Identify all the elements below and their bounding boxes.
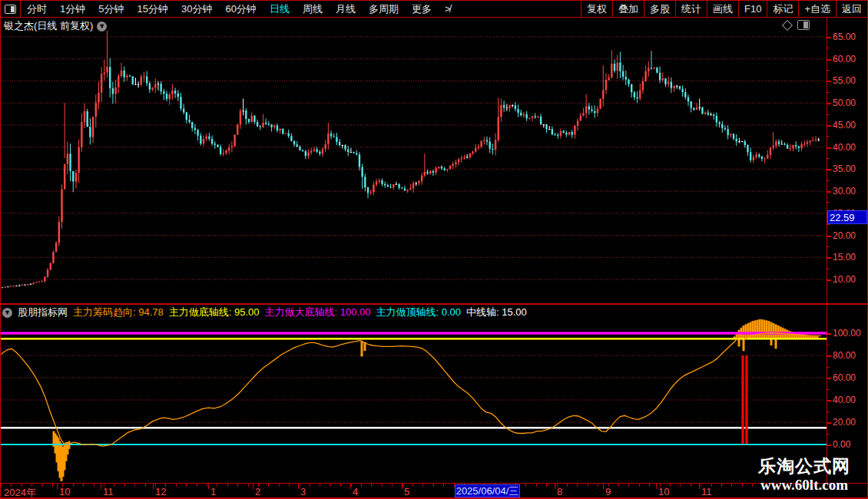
indicator-axis-label: 20.00: [833, 417, 856, 428]
menu-item-月线[interactable]: 月线: [336, 2, 356, 16]
menu-item-≯[interactable]: ≯: [445, 3, 451, 15]
menu-item-更多[interactable]: 更多: [412, 2, 432, 16]
month-tick: [350, 484, 351, 489]
menu-item-5分钟[interactable]: 5分钟: [98, 2, 124, 16]
window-icon: [5, 5, 16, 14]
indicator-axis-label: 0.00: [833, 439, 850, 450]
price-axis: 22.59 65.0060.0055.0050.0045.0040.0035.0…: [827, 18, 868, 304]
menu-item-标记[interactable]: 标记: [767, 1, 798, 17]
month-tick: [656, 484, 657, 489]
month-tick: [699, 484, 700, 489]
axis-tick: [827, 180, 830, 181]
top-toolbar: 分时1分钟5分钟15分钟30分钟60分钟日线周线月线多周期更多≯ 复权叠加多股统…: [1, 1, 867, 18]
current-price-label: 22.59: [827, 210, 867, 224]
axis-tick: [827, 114, 830, 115]
date-axis: 2024年101112123458910112025/06/04/三: [1, 483, 868, 498]
indicator-field: 主力做大底轴线: 100.00: [265, 306, 371, 319]
menu-item-30分钟[interactable]: 30分钟: [181, 2, 212, 16]
month-tick: [101, 484, 101, 489]
date-month-label: 5: [404, 486, 409, 497]
axis-tick: [827, 48, 830, 48]
axis-tick: [827, 400, 831, 402]
axis-tick: [827, 92, 830, 93]
menu-item-统计[interactable]: 统计: [675, 1, 707, 17]
chevron-down-icon[interactable]: ▼: [2, 308, 12, 318]
axis-tick: [827, 37, 831, 38]
price-axis-label: 15.00: [833, 252, 856, 263]
menu-item-F10[interactable]: F10: [738, 1, 767, 17]
axis-tick: [827, 279, 831, 281]
month-tick: [153, 484, 154, 489]
axis-tick: [827, 202, 830, 203]
menu-item-叠加[interactable]: 叠加: [612, 1, 644, 17]
price-axis-label: 40.00: [833, 142, 856, 153]
axis-tick: [827, 191, 831, 193]
indicator-source: 股朋指标网: [18, 306, 68, 319]
menu-item-返回[interactable]: 返回: [836, 1, 867, 17]
menu-item-多股[interactable]: 多股: [644, 1, 675, 17]
menu-item-15分钟[interactable]: 15分钟: [137, 2, 167, 16]
period-menu: 分时1分钟5分钟15分钟30分钟60分钟日线周线月线多周期更多≯: [21, 2, 581, 16]
axis-tick: [827, 411, 830, 412]
menu-item-1分钟[interactable]: 1分钟: [60, 2, 85, 16]
date-month-label: 10: [59, 486, 70, 497]
axis-tick: [827, 59, 831, 61]
axis-tick: [827, 103, 831, 104]
indicator-axis-label: 100.00: [833, 328, 861, 339]
menu-item-画线[interactable]: 画线: [707, 1, 738, 17]
indicator-field: 主力做顶轴线: 0.00: [376, 306, 462, 319]
candlestick-canvas: [1, 18, 827, 304]
chevron-down-icon[interactable]: ▼: [97, 21, 107, 31]
axis-tick: [827, 236, 831, 237]
month-tick: [57, 484, 58, 489]
axis-tick: [827, 355, 831, 357]
indicator-panel[interactable]: ▼ 股朋指标网 主力筹码趋向: 94.78主力做底轴线: 95.00主力做大底轴…: [1, 304, 827, 483]
date-month-label: 11: [701, 486, 712, 497]
price-axis-label: 55.00: [833, 75, 856, 86]
menu-item-多周期[interactable]: 多周期: [369, 2, 399, 16]
axis-tick: [827, 434, 830, 435]
menu-item-日线[interactable]: 日线: [270, 2, 290, 16]
indicator-canvas: [1, 304, 827, 483]
chart-title: 银之杰(日线 前复权) ▼: [4, 19, 107, 33]
date-year-label: 2024年: [4, 486, 36, 499]
month-tick: [298, 484, 299, 489]
axis-tick: [827, 345, 830, 345]
window-split-button[interactable]: [1, 1, 21, 17]
menu-item-+自选[interactable]: +自选: [798, 1, 836, 17]
price-axis-label: 60.00: [833, 54, 856, 64]
price-axis-label: 35.00: [833, 164, 856, 174]
watermark-url: www.60lt.com: [756, 477, 853, 493]
price-axis-label: 30.00: [833, 186, 856, 197]
axis-tick: [827, 147, 831, 149]
price-axis-label: 65.00: [833, 31, 856, 42]
date-month-label: 10: [658, 486, 669, 497]
month-tick: [603, 484, 604, 489]
indicator-header: ▼ 股朋指标网 主力筹码趋向: 94.78主力做底轴线: 95.00主力做大底轴…: [2, 306, 527, 319]
indicator-axis-label: 60.00: [833, 372, 856, 383]
panel-layout-icon[interactable]: [797, 20, 810, 30]
app-window: 分时1分钟5分钟15分钟30分钟60分钟日线周线月线多周期更多≯ 复权叠加多股统…: [0, 0, 868, 499]
axis-tick: [827, 257, 831, 259]
price-axis-label: 45.00: [833, 120, 856, 131]
axis-tick: [827, 158, 830, 159]
month-tick: [208, 484, 209, 489]
axis-tick: [827, 378, 831, 379]
diamond-icon[interactable]: [782, 19, 793, 30]
main-chart[interactable]: 银之杰(日线 前复权) ▼: [1, 18, 827, 304]
indicator-axis-label: 80.00: [833, 350, 856, 361]
price-axis-label: 20.00: [833, 230, 856, 241]
price-axis-label: 10.00: [833, 274, 856, 285]
menu-item-复权[interactable]: 复权: [581, 1, 612, 17]
menu-item-60分钟[interactable]: 60分钟: [225, 2, 256, 16]
watermark: 乐淘公式网 www.60lt.com: [756, 455, 853, 493]
date-month-label: 8: [557, 486, 562, 497]
indicator-field: 主力做底轴线: 95.00: [169, 306, 260, 319]
menu-item-分时[interactable]: 分时: [27, 2, 47, 16]
menu-item-周线[interactable]: 周线: [303, 2, 323, 16]
axis-tick: [827, 136, 830, 137]
indicator-axis-label: 40.00: [833, 395, 856, 405]
date-month-label: 12: [155, 486, 166, 497]
selected-date-label: 2025/06/04/三: [455, 484, 520, 497]
chart-corner-icons: [784, 20, 810, 30]
